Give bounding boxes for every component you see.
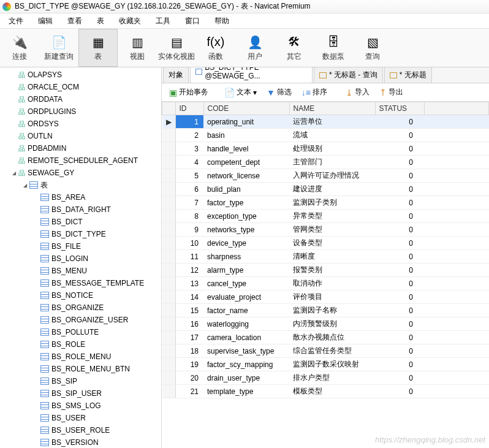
cell-code[interactable]: sharpness <box>203 250 289 264</box>
cell-status[interactable]: 0 <box>375 264 424 277</box>
cell-id[interactable]: 7 <box>175 196 203 210</box>
table-BS_DICT_TYPE[interactable]: BS_DICT_TYPE <box>0 228 161 240</box>
tool-连接[interactable]: 🔌连接 <box>0 29 39 67</box>
cell-status[interactable]: 0 <box>375 196 424 210</box>
menu-1[interactable]: 编辑 <box>32 15 59 28</box>
cell-status[interactable]: 0 <box>375 210 424 223</box>
table-row[interactable]: 10device_type设备类型0 <box>162 237 489 250</box>
tool-函数[interactable]: f(x)函数 <box>196 29 235 67</box>
cell-code[interactable]: factor_scy_mapping <box>203 358 289 371</box>
cell-name[interactable]: 取消动作 <box>289 277 375 290</box>
table-row[interactable]: 18supervise_task_type综合监管任务类型0 <box>162 344 489 358</box>
cell-name[interactable]: 模板类型 <box>289 385 375 398</box>
cell-code[interactable]: drain_user_type <box>203 371 289 385</box>
schema-OUTLN[interactable]: 品OUTLN <box>0 130 161 142</box>
table-BS_ORGANIZE[interactable]: BS_ORGANIZE <box>0 302 161 314</box>
cell-code[interactable]: cancel_type <box>203 277 289 290</box>
table-BS_MESSAGE_TEMPLATE[interactable]: BS_MESSAGE_TEMPLATE <box>0 277 161 289</box>
col-NAME[interactable]: NAME <box>289 102 375 115</box>
object-tree[interactable]: 品OLAPSYS品ORACLE_OCM品ORDDATA品ORDPLUGINS品O… <box>0 67 162 448</box>
cell-id[interactable]: 2 <box>175 129 203 142</box>
cell-code[interactable]: device_type <box>203 237 289 250</box>
cell-id[interactable]: 13 <box>175 277 203 290</box>
cell-id[interactable]: 17 <box>175 331 203 344</box>
schema-ORDDATA[interactable]: 品ORDDATA <box>0 93 161 105</box>
col-ID[interactable]: ID <box>175 102 203 115</box>
table-BS_USER_ROLE[interactable]: BS_USER_ROLE <box>0 424 161 436</box>
cell-status[interactable]: 0 <box>375 277 424 290</box>
tool-用户[interactable]: 👤用户 <box>235 29 275 67</box>
table-BS_ROLE_MENU_BTN[interactable]: BS_ROLE_MENU_BTN <box>0 363 161 375</box>
cell-id[interactable]: 20 <box>175 371 203 385</box>
cell-id[interactable]: 18 <box>175 344 203 358</box>
cell-name[interactable]: 内涝预警级别 <box>289 317 375 331</box>
cell-name[interactable]: 处理级别 <box>289 142 375 156</box>
cell-name[interactable]: 入网许可证办理情况 <box>289 169 375 183</box>
table-row[interactable]: 12alarm_type报警类别0 <box>162 264 489 277</box>
cell-name[interactable]: 设备类型 <box>289 237 375 250</box>
cell-id[interactable]: 4 <box>175 156 203 169</box>
cell-id[interactable]: 3 <box>175 142 203 156</box>
table-BS_ROLE[interactable]: BS_ROLE <box>0 338 161 351</box>
cell-status[interactable]: 0 <box>375 317 424 331</box>
table-BS_ORGANIZE_USER[interactable]: BS_ORGANIZE_USER <box>0 314 161 326</box>
cell-id[interactable]: 5 <box>175 169 203 183</box>
table-row[interactable]: 8exception_type异常类型0 <box>162 210 489 223</box>
cell-id[interactable]: 15 <box>175 304 203 317</box>
expand-icon[interactable]: ◢ <box>21 183 29 188</box>
cell-status[interactable]: 0 <box>375 371 424 385</box>
cell-name[interactable]: 建设进度 <box>289 183 375 196</box>
cell-name[interactable]: 报警类别 <box>289 264 375 277</box>
table-row[interactable]: 14evaluate_project评价项目0 <box>162 290 489 304</box>
cell-code[interactable]: operating_unit <box>203 115 289 129</box>
cell-code[interactable]: bulid_plan <box>203 183 289 196</box>
cell-code[interactable]: waterlogging <box>203 317 289 331</box>
cell-status[interactable]: 0 <box>375 115 424 129</box>
cell-id[interactable]: 19 <box>175 358 203 371</box>
table-BS_NOTICE[interactable]: BS_NOTICE <box>0 289 161 302</box>
table-row[interactable]: 15factor_name监测因子名称0 <box>162 304 489 317</box>
table-row[interactable]: 17camera_location散水办视频点位0 <box>162 331 489 344</box>
menu-5[interactable]: 工具 <box>150 15 176 28</box>
cell-status[interactable]: 0 <box>375 331 424 344</box>
table-row[interactable]: 19factor_scy_mapping监测因子数采仪映射0 <box>162 358 489 371</box>
table-row[interactable]: 7factor_type监测因子类别0 <box>162 196 489 210</box>
cell-id[interactable]: 16 <box>175 317 203 331</box>
cell-status[interactable]: 0 <box>375 344 424 358</box>
cell-name[interactable]: 主管部门 <box>289 156 375 169</box>
tool-数据泵[interactable]: 🗄数据泵 <box>314 29 353 67</box>
cell-id[interactable]: 10 <box>175 237 203 250</box>
table-BS_SIP[interactable]: BS_SIP <box>0 375 161 387</box>
table-BS_POLLUTE[interactable]: BS_POLLUTE <box>0 326 161 338</box>
table-BS_ROLE_MENU[interactable]: BS_ROLE_MENU <box>0 351 161 363</box>
cell-name[interactable]: 评价项目 <box>289 290 375 304</box>
cell-id[interactable]: 12 <box>175 264 203 277</box>
cell-code[interactable]: template_type <box>203 385 289 398</box>
menu-0[interactable]: 文件 <box>2 15 29 28</box>
table-row[interactable]: 2basin流域0 <box>162 129 489 142</box>
menu-3[interactable]: 表 <box>91 15 110 28</box>
cell-code[interactable]: factor_type <box>203 196 289 210</box>
table-BS_USER[interactable]: BS_USER <box>0 412 161 424</box>
cell-name[interactable]: 散水办视频点位 <box>289 331 375 344</box>
cell-name[interactable]: 监测因子类别 <box>289 196 375 210</box>
cell-name[interactable]: 监测因子数采仪映射 <box>289 358 375 371</box>
cell-name[interactable]: 流域 <box>289 129 375 142</box>
table-row[interactable]: 21template_type模板类型0 <box>162 385 489 398</box>
schema-REMOTE_SCHEDULER_AGENT[interactable]: 品REMOTE_SCHEDULER_AGENT <box>0 154 161 167</box>
schema-SEWAGE_GY[interactable]: ◢品SEWAGE_GY <box>0 167 161 179</box>
cell-code[interactable]: camera_location <box>203 331 289 344</box>
table-BS_MENU[interactable]: BS_MENU <box>0 265 161 277</box>
cell-id[interactable]: 9 <box>175 223 203 237</box>
schema-ORACLE_OCM[interactable]: 品ORACLE_OCM <box>0 81 161 93</box>
menu-6[interactable]: 窗口 <box>179 15 206 28</box>
table-row[interactable]: 20drain_user_type排水户类型0 <box>162 371 489 385</box>
cell-code[interactable]: factor_name <box>203 304 289 317</box>
expand-icon[interactable]: ◢ <box>10 170 18 176</box>
table-row[interactable]: 5network_license入网许可证办理情况0 <box>162 169 489 183</box>
cell-code[interactable]: competent_dept <box>203 156 289 169</box>
table-row[interactable]: ▶1operating_unit运营单位0 <box>162 115 489 129</box>
cell-status[interactable]: 0 <box>375 290 424 304</box>
table-BS_AREA[interactable]: BS_AREA <box>0 191 161 203</box>
cell-code[interactable]: supervise_task_type <box>203 344 289 358</box>
